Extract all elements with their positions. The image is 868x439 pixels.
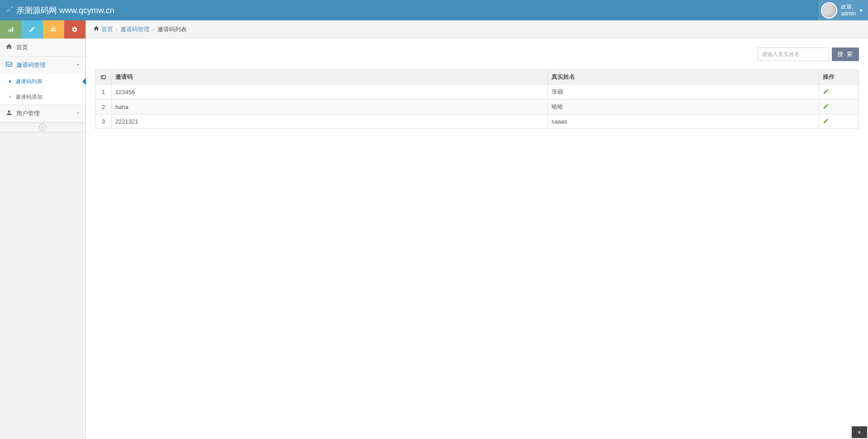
- breadcrumb-current: 邀请码列表: [157, 25, 187, 33]
- sidebar-collapse-toggle[interactable]: «: [0, 123, 85, 133]
- breadcrumb: 首页 › 邀请码管理 › 邀请码列表: [86, 20, 868, 38]
- shortcut-edit[interactable]: [21, 20, 42, 38]
- shortcut-stats[interactable]: [0, 20, 21, 38]
- user-welcome: 欢迎,: [841, 4, 856, 10]
- nav-invite-add-label: 邀请码添加: [15, 93, 42, 101]
- home-icon: [5, 43, 14, 52]
- table-row: 2haha哈哈: [95, 100, 859, 115]
- user-name: admin: [841, 10, 856, 17]
- breadcrumb-sep: ›: [152, 26, 154, 33]
- chevron-down-icon: [75, 110, 81, 117]
- shortcut-settings[interactable]: [64, 20, 85, 38]
- cell-code: 123456: [112, 85, 548, 100]
- invite-table: ID 邀请码 真实姓名 操作 1123456张丽2haha哈哈32221321s…: [95, 69, 859, 129]
- user-menu[interactable]: 欢迎, admin ▼: [818, 0, 868, 20]
- sidebar: 首页 邀请码管理 邀请码列表: [0, 20, 86, 439]
- th-id: ID: [95, 70, 112, 85]
- cell-id: 1: [95, 85, 112, 100]
- user-icon: [5, 109, 14, 118]
- search-button[interactable]: 搜 索: [832, 48, 859, 61]
- cell-name: saaas: [548, 115, 819, 129]
- chevron-up-icon: [857, 429, 862, 436]
- th-op: 操作: [819, 70, 859, 85]
- cell-op: [819, 100, 859, 115]
- cell-code: haha: [112, 100, 548, 115]
- breadcrumb-l1[interactable]: 邀请码管理: [120, 25, 150, 33]
- cell-id: 3: [95, 115, 112, 129]
- breadcrumb-sep: ›: [116, 26, 118, 33]
- top-navbar: 亲测源码网 www.qcymw.cn 欢迎, admin ▼: [0, 0, 868, 20]
- brand-text: 亲测源码网 www.qcymw.cn: [16, 5, 114, 16]
- avatar: [821, 2, 837, 19]
- nav-home[interactable]: 首页: [0, 39, 85, 57]
- edit-icon[interactable]: [823, 89, 829, 96]
- leaf-icon: [5, 5, 14, 15]
- nav-invite-add[interactable]: 邀请码添加: [0, 89, 85, 105]
- nav-invite-mgmt-label: 邀请码管理: [16, 61, 75, 69]
- scroll-to-top[interactable]: [852, 426, 867, 438]
- nav-invite-list-label: 邀请码列表: [15, 78, 42, 86]
- nav-invite-mgmt[interactable]: 邀请码管理 邀请码列表 邀请码添加: [0, 57, 85, 105]
- th-code: 邀请码: [112, 70, 548, 85]
- search-row: 搜 索: [95, 48, 859, 61]
- chevron-down-icon: [75, 62, 81, 69]
- shortcut-users[interactable]: [43, 20, 64, 38]
- inbox-icon: [5, 61, 14, 70]
- main-content: 首页 › 邀请码管理 › 邀请码列表 搜 索 ID 邀请码 真实姓名 操作: [86, 20, 868, 439]
- cell-code: 2221321: [112, 115, 548, 129]
- breadcrumb-home-icon: [93, 25, 99, 33]
- nav-invite-list[interactable]: 邀请码列表: [0, 74, 85, 89]
- cell-name: 哈哈: [548, 100, 819, 115]
- search-input[interactable]: [758, 48, 829, 61]
- cell-op: [819, 115, 859, 129]
- nav-user-mgmt-label: 用户管理: [16, 110, 75, 118]
- edit-icon[interactable]: [823, 104, 829, 111]
- nav-home-label: 首页: [16, 43, 81, 52]
- caret-down-icon: ▼: [859, 8, 863, 13]
- shortcut-bar: [0, 20, 85, 39]
- th-name: 真实姓名: [548, 70, 819, 85]
- edit-icon[interactable]: [823, 118, 829, 125]
- table-row: 32221321saaas: [95, 115, 859, 129]
- brand: 亲测源码网 www.qcymw.cn: [0, 5, 114, 16]
- cell-op: [819, 85, 859, 100]
- nav-user-mgmt[interactable]: 用户管理: [0, 105, 85, 123]
- cell-id: 2: [95, 100, 112, 115]
- cell-name: 张丽: [548, 85, 819, 100]
- breadcrumb-home[interactable]: 首页: [101, 25, 113, 33]
- collapse-icon: «: [39, 124, 47, 131]
- table-row: 1123456张丽: [95, 85, 859, 100]
